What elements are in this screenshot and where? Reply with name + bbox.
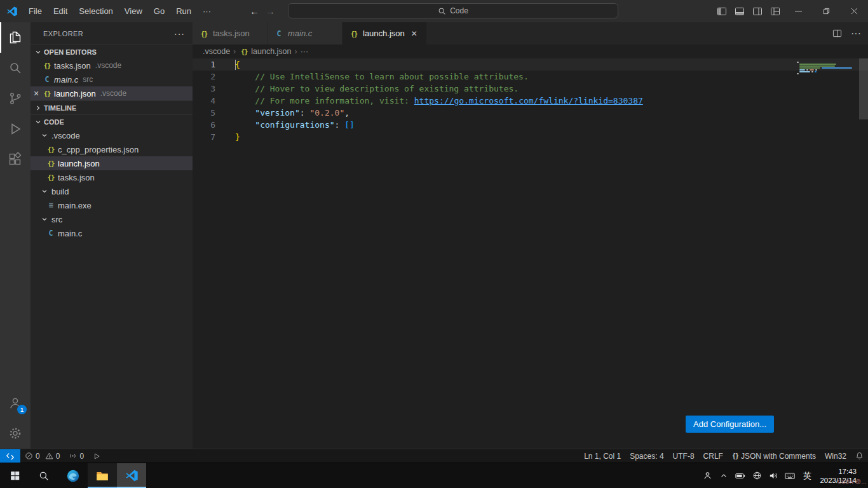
breadcrumb-item[interactable]: {}launch.json (239, 47, 291, 56)
code-token: , (344, 107, 349, 119)
command-center-search[interactable]: Code (288, 3, 618, 18)
tree-file-main.exe[interactable]: ≡main.exe (31, 198, 193, 212)
json-file-icon: {} (46, 159, 56, 167)
line-number: 4 (193, 95, 224, 107)
battery-icon[interactable] (732, 463, 749, 488)
extensions-icon[interactable] (0, 144, 31, 175)
hidden-icons-chevron-icon[interactable] (715, 463, 732, 488)
platform-label: Win32 (825, 452, 846, 461)
accounts-icon[interactable]: 1 (0, 388, 31, 418)
volume-icon[interactable] (765, 463, 782, 488)
indentation[interactable]: Spaces: 4 (625, 449, 668, 463)
ports-indicator[interactable]: 0 (64, 449, 88, 463)
eol[interactable]: CRLF (699, 449, 728, 463)
minimap-line (797, 73, 858, 74)
timeline-section-header[interactable]: TIMELINE (31, 100, 193, 114)
minimap-line (797, 64, 858, 65)
cursor-position[interactable]: Ln 1, Col 1 (580, 449, 625, 463)
code-line-1[interactable]: 1{ (193, 58, 868, 71)
taskbar-search-icon[interactable] (29, 463, 58, 488)
back-button[interactable]: ← (250, 6, 259, 17)
restore-button[interactable] (812, 0, 840, 22)
notifications-bell-icon[interactable] (851, 449, 868, 463)
ime-indicator[interactable]: 英 (798, 470, 816, 482)
tree-folder-src[interactable]: src (31, 212, 193, 226)
edge-browser-icon[interactable] (58, 463, 88, 488)
menu-edit[interactable]: Edit (48, 3, 73, 20)
split-editor-icon[interactable] (829, 25, 845, 42)
tab-tasks.json[interactable]: {}tasks.json (193, 22, 268, 44)
code-line-2[interactable]: 2 // Use IntelliSense to learn about pos… (193, 71, 868, 83)
tree-file-c_cpp_properties.json[interactable]: {}c_cpp_properties.json (31, 142, 193, 156)
explorer-actions-icon[interactable]: ··· (174, 29, 185, 39)
breadcrumb-item[interactable]: ··· (301, 47, 309, 56)
chevron-down-icon (33, 117, 43, 127)
tree-file-launch.json[interactable]: {}launch.json (31, 156, 193, 170)
menu-go[interactable]: Go (148, 3, 170, 20)
tree-file-tasks.json[interactable]: {}tasks.json (31, 170, 193, 184)
code-line-7[interactable]: 7} (193, 131, 868, 143)
line-content: // Use IntelliSense to learn about possi… (224, 71, 529, 83)
minimize-button[interactable] (784, 0, 812, 22)
menu-file[interactable]: File (23, 3, 48, 20)
tab-main.c[interactable]: Cmain.c (268, 22, 342, 44)
encoding[interactable]: UTF-8 (668, 449, 699, 463)
explorer-icon[interactable] (0, 22, 31, 53)
code-line-5[interactable]: 5 "version": "0.2.0", (193, 107, 868, 119)
settings-gear-icon[interactable] (0, 418, 31, 449)
platform[interactable]: Win32 (820, 449, 851, 463)
network-globe-icon[interactable] (749, 463, 765, 488)
close-button[interactable] (840, 0, 868, 22)
file-name: tasks.json (58, 173, 95, 182)
close-editor-icon[interactable]: ✕ (31, 90, 42, 98)
customize-layout-icon[interactable] (766, 0, 784, 22)
code-link[interactable]: https://go.microsoft.com/fwlink/?linkid=… (414, 95, 643, 107)
file-explorer-icon[interactable] (88, 463, 117, 488)
forward-button[interactable]: → (266, 6, 275, 17)
problems-indicator[interactable]: 0 0 (20, 449, 64, 463)
code-editor[interactable]: 1{2 // Use IntelliSense to learn about p… (193, 58, 868, 449)
debug-status-icon[interactable] (88, 449, 105, 463)
open-editor-main.c[interactable]: Cmain.csrc (31, 72, 193, 86)
menu-selection[interactable]: Selection (73, 3, 118, 20)
menu-overflow-button[interactable]: ··· (197, 3, 217, 20)
code-token: } (235, 131, 240, 143)
code-section-header[interactable]: CODE (31, 114, 193, 128)
editor-scrollbar[interactable] (859, 58, 868, 119)
breadcrumb-item[interactable]: .vscode (203, 47, 230, 56)
code-line-4[interactable]: 4 // For more information, visit: https:… (193, 95, 868, 107)
tree-file-main.c[interactable]: Cmain.c (31, 226, 193, 240)
code-line-6[interactable]: 6 "configurations": [] (193, 119, 868, 131)
open-editor-launch.json[interactable]: ✕{}launch.json.vscode (31, 86, 193, 100)
people-icon[interactable] (699, 463, 715, 488)
code-token: { (235, 58, 240, 71)
add-configuration-button[interactable]: Add Configuration... (686, 416, 774, 433)
taskbar-vscode-icon[interactable] (117, 463, 146, 488)
toggle-secondary-sidebar-icon[interactable] (749, 0, 766, 22)
code-line-3[interactable]: 3 // Hover to view descriptions of exist… (193, 83, 868, 95)
open-editor-tasks.json[interactable]: {}tasks.json.vscode (31, 58, 193, 72)
minimap-line (797, 69, 858, 71)
tab-launch.json[interactable]: {}launch.json✕ (342, 22, 427, 44)
source-control-icon[interactable] (0, 83, 31, 114)
run-debug-icon[interactable] (0, 114, 31, 144)
more-actions-icon[interactable]: ··· (848, 25, 864, 42)
touch-keyboard-icon[interactable] (782, 463, 798, 488)
menu-view[interactable]: View (119, 3, 148, 20)
minimap[interactable] (797, 62, 858, 74)
activity-bar: 1 (0, 22, 31, 449)
file-name: build (51, 187, 69, 196)
close-tab-icon[interactable]: ✕ (409, 28, 420, 39)
file-name: tasks.json (54, 61, 91, 71)
toggle-panel-icon[interactable] (731, 0, 749, 22)
menu-run[interactable]: Run (170, 3, 197, 20)
search-icon[interactable] (0, 53, 31, 83)
remote-indicator[interactable] (0, 449, 20, 463)
start-button[interactable] (0, 463, 29, 488)
toggle-primary-sidebar-icon[interactable] (713, 0, 731, 22)
language-mode[interactable]: {}JSON with Comments (728, 449, 820, 463)
tree-folder-build[interactable]: build (31, 184, 193, 198)
tree-folder-.vscode[interactable]: .vscode (31, 128, 193, 142)
open-editors-section-header[interactable]: OPEN EDITORS (31, 44, 193, 58)
breadcrumb-label: .vscode (203, 47, 230, 56)
